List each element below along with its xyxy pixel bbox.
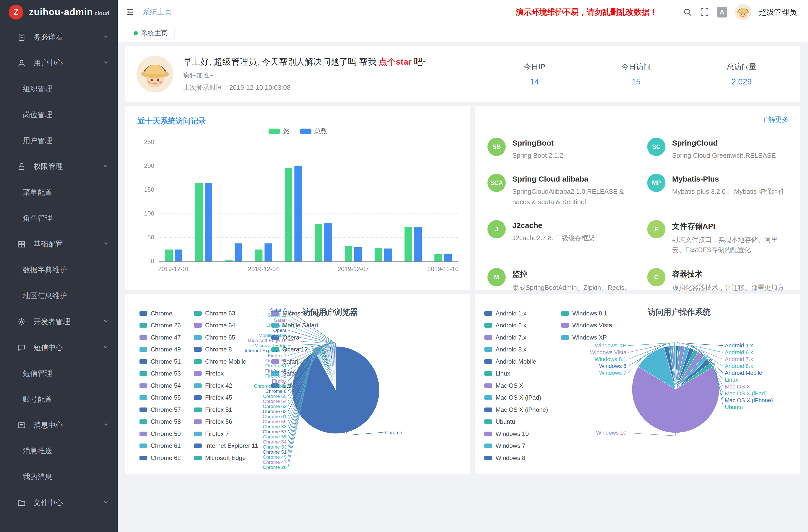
sidebar-subitem[interactable]: 岗位管理 bbox=[0, 102, 118, 128]
frameworks-card: 了解更多 SBSpringBootSpring Boot 2.1.2SCSpri… bbox=[475, 106, 801, 290]
star-link[interactable]: 点个star bbox=[379, 57, 411, 67]
app-title-suffix: cloud bbox=[94, 10, 109, 17]
bar- bbox=[384, 249, 392, 261]
framework-badge: C bbox=[647, 268, 665, 286]
sidebar-subitem[interactable]: 消息推送 bbox=[0, 438, 118, 464]
tab-home[interactable]: 系统主页 bbox=[127, 26, 175, 40]
sidebar-item-7[interactable]: 文件中心 bbox=[0, 490, 118, 516]
chevron-down-icon bbox=[103, 163, 109, 171]
greeting-prefix: 早上好, 超级管理员, 今天帮别人解决问题了吗 帮我 bbox=[183, 57, 379, 67]
legend-marker bbox=[269, 129, 280, 134]
sidebar-item-label: 消息中心 bbox=[34, 420, 103, 430]
logo-icon: Z bbox=[8, 5, 23, 20]
pie-label: Chrome 49 bbox=[263, 454, 287, 460]
user-icon bbox=[16, 58, 27, 69]
bar- bbox=[264, 243, 272, 261]
sidebar-item-label: 短信中心 bbox=[34, 343, 103, 353]
visits-chart-title: 近十天系统访问记录 bbox=[137, 116, 458, 126]
sidebar-subitem[interactable]: 我的消息 bbox=[0, 464, 118, 490]
chevron-down-icon bbox=[103, 240, 109, 249]
sidebar-item-label: 文件中心 bbox=[34, 498, 103, 508]
stat-label: 今日访问 bbox=[621, 62, 651, 72]
legend-item[interactable]: 您 bbox=[269, 127, 289, 135]
pie-label-line bbox=[346, 432, 383, 435]
stat-today-visits: 今日访问15 bbox=[621, 62, 651, 87]
stat-value: 15 bbox=[631, 77, 641, 87]
pie-label: Android 8.x bbox=[725, 363, 753, 369]
grid-icon bbox=[16, 239, 27, 250]
frameworks-grid: SBSpringBootSpring Boot 2.1.2SCSpringClo… bbox=[486, 131, 789, 320]
framework-text: Spring Cloud alibabaSpringCloudAlibaba2.… bbox=[512, 174, 634, 207]
y-axis-label: 250 bbox=[144, 139, 154, 146]
bar-group: 2019-12-10 bbox=[435, 143, 452, 261]
pie-label: Safari bbox=[274, 317, 287, 323]
legend-item[interactable]: 总数 bbox=[300, 127, 327, 135]
sidebar-item-3[interactable]: 基础配置 bbox=[0, 231, 118, 257]
pie-label: Chrome 53 bbox=[263, 444, 287, 450]
search-icon[interactable] bbox=[683, 7, 692, 17]
sidebar-subitem-label: 数据字典维护 bbox=[23, 265, 67, 275]
bar- bbox=[175, 250, 182, 261]
framework-text: SpringBootSpring Boot 2.1.2 bbox=[512, 138, 563, 161]
framework-badge: MP bbox=[647, 174, 665, 192]
logo-letter: Z bbox=[14, 7, 19, 17]
sidebar-subitem[interactable]: 菜单配置 bbox=[0, 180, 118, 205]
bar- bbox=[285, 168, 292, 261]
sidebar-subitem-label: 账号配置 bbox=[23, 394, 52, 404]
sidebar-item-6[interactable]: 消息中心 bbox=[0, 412, 118, 438]
book-icon bbox=[16, 32, 27, 42]
welcome-card: 早上好, 超级管理员, 今天帮别人解决问题了吗 帮我 点个star 吧~ 疯狂加… bbox=[125, 46, 801, 102]
learn-more-link[interactable]: 了解更多 bbox=[761, 115, 789, 124]
pie-label: Internet Explorer 11 bbox=[245, 348, 287, 353]
last-login-value: 2019-12-10 10:03:08 bbox=[229, 84, 290, 91]
pie-label: Opera bbox=[273, 328, 287, 333]
pie-label: Opera 12 bbox=[267, 323, 287, 328]
os-pie: Windows XPWindows VistaWindows 8.1Window… bbox=[475, 294, 801, 474]
avatar[interactable] bbox=[735, 4, 751, 20]
greeting-suffix: 吧~ bbox=[411, 57, 427, 67]
pie-label-line bbox=[288, 325, 333, 347]
app-title-wrap: zuihou-admincloud bbox=[29, 7, 109, 18]
sidebar-subitem[interactable]: 组织管理 bbox=[0, 76, 118, 102]
message-icon bbox=[16, 420, 27, 430]
sidebar-item-1[interactable]: 用户中心 bbox=[0, 50, 118, 76]
framework-badge: SB bbox=[488, 138, 506, 156]
pie-label: Chrome 26 bbox=[263, 464, 287, 470]
welcome-avatar bbox=[136, 56, 173, 93]
pie-label: Windows 7 bbox=[599, 370, 626, 376]
bar-plot-wrap: 0501001502002502019-12-012019-12-042019-… bbox=[137, 143, 458, 262]
sidebar-subitem[interactable]: 短信管理 bbox=[0, 361, 118, 386]
sidebar-item-5[interactable]: 短信中心 bbox=[0, 335, 118, 361]
sidebar-subitem-label: 组织管理 bbox=[23, 84, 52, 94]
pie-label: Chrome 59 bbox=[263, 419, 287, 424]
bar-group bbox=[285, 143, 302, 261]
breadcrumb[interactable]: 系统主页 bbox=[143, 7, 172, 17]
pie-label: Firefox 42 bbox=[265, 373, 287, 379]
framework-title: SpringBoot bbox=[512, 139, 563, 147]
sidebar-subitem[interactable]: 账号配置 bbox=[0, 386, 118, 412]
menu-fold-icon[interactable] bbox=[125, 7, 135, 17]
app-logo[interactable]: Z zuihou-admincloud bbox=[0, 0, 118, 24]
sidebar-subitem[interactable]: 地区信息维护 bbox=[0, 283, 118, 309]
pie-label: Microsoft Edge 16 bbox=[248, 338, 287, 343]
sidebar-item-0[interactable]: 务必详看 bbox=[0, 24, 118, 50]
chevron-down-icon bbox=[103, 421, 109, 429]
pie-label: Chrome bbox=[385, 430, 402, 435]
framework-item-5: F文件存储API封装文件接口，实现本地存储、阿里云、FastDFS存储的配置化 bbox=[638, 214, 789, 262]
sidebar-subitem[interactable]: 用户管理 bbox=[0, 128, 118, 154]
fullscreen-icon[interactable] bbox=[700, 7, 709, 17]
pie-label: Microsoft Edge bbox=[254, 343, 287, 348]
framework-desc: J2cache2.7.8: 二级缓存框架 bbox=[512, 233, 595, 243]
stats: 今日IP14 今日访问15 总访问量2,029 bbox=[524, 62, 789, 87]
folder-icon bbox=[16, 497, 27, 508]
pie-label: Chrome 55 bbox=[263, 434, 287, 439]
sidebar-subitem[interactable]: 角色管理 bbox=[0, 205, 118, 231]
sidebar-item-2[interactable]: 权限管理 bbox=[0, 154, 118, 180]
browser-chart-card: ChromeChrome 26Chrome 47Chrome 49Chrome … bbox=[125, 294, 470, 474]
font-size-icon[interactable]: A bbox=[717, 7, 727, 18]
pie-label: Chrome 47 bbox=[263, 459, 287, 465]
sidebar: Z zuihou-admincloud 务必详看用户中心组织管理岗位管理用户管理… bbox=[0, 0, 118, 532]
sidebar-subitem[interactable]: 数据字典维护 bbox=[0, 257, 118, 283]
sidebar-item-4[interactable]: 开发者管理 bbox=[0, 309, 118, 335]
pie-label: Chrome 57 bbox=[263, 429, 287, 434]
